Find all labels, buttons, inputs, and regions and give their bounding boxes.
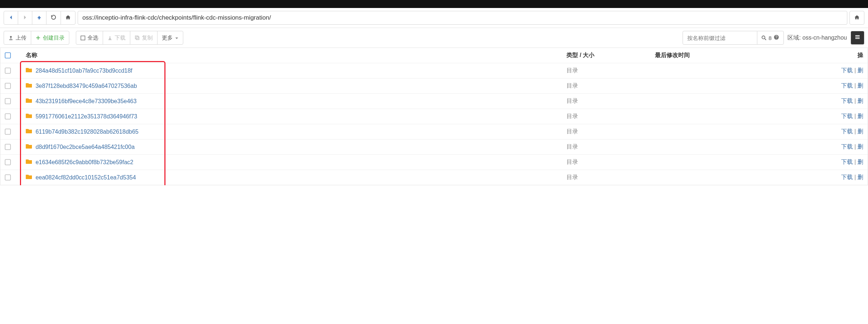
col-op-header: 操	[819, 48, 868, 63]
folder-link[interactable]: d8d9f1670ec2bce5ae64a485421fc00a	[36, 144, 135, 150]
home-button[interactable]	[61, 11, 75, 25]
download-link[interactable]: 下载	[841, 143, 853, 150]
mkdir-label: 创建目录	[43, 35, 65, 41]
download-link[interactable]: 下载	[841, 159, 853, 165]
col-type-header: 类型 / 大小	[562, 48, 651, 63]
chevron-down-icon	[175, 35, 179, 41]
folder-link[interactable]: 5991776061e2112e351378d364946f73	[36, 113, 137, 120]
delete-link[interactable]: 删	[857, 159, 863, 165]
download-link[interactable]: 下载	[841, 67, 853, 73]
delete-link[interactable]: 删	[857, 67, 863, 73]
question-icon: ?	[774, 35, 779, 41]
folder-icon	[26, 82, 32, 88]
action-sep: |	[853, 174, 857, 180]
op-cell: 下载 | 删	[819, 170, 868, 185]
delete-link[interactable]: 删	[857, 82, 863, 89]
svg-point-3	[762, 36, 765, 39]
op-cell: 下载 | 删	[819, 94, 868, 109]
type-cell: 目录	[562, 109, 651, 124]
toolbar-group-left: 上传 创建目录	[4, 31, 69, 45]
svg-text:?: ?	[775, 35, 778, 39]
download-link[interactable]: 下载	[841, 82, 853, 89]
filter-info-button[interactable]: 8 ?	[757, 31, 784, 45]
type-cell: 目录	[562, 155, 651, 170]
action-sep: |	[853, 159, 857, 165]
copy-button[interactable]: 复制	[130, 31, 157, 45]
svg-rect-14	[5, 175, 11, 180]
name-cell: d8d9f1670ec2bce5ae64a485421fc00a	[21, 139, 562, 155]
home-icon	[65, 15, 71, 21]
type-cell: 目录	[562, 94, 651, 109]
list-view-button[interactable]	[851, 31, 864, 45]
type-cell: 目录	[562, 63, 651, 78]
name-cell: eea0824cf82dd0cc10152c51ea7d5354	[21, 170, 562, 185]
table-row: 3e87f128ebd83479c459a647027536ab目录下载 | 删	[0, 78, 868, 94]
header-bar	[0, 0, 868, 8]
delete-link[interactable]: 删	[857, 143, 863, 150]
address-input[interactable]	[78, 11, 847, 25]
file-table-wrap: 名称 类型 / 大小 最后修改时间 操 284a48d51cf10ab7fa9c…	[0, 48, 868, 185]
row-checkbox[interactable]	[5, 68, 17, 74]
download-batch-button[interactable]: 下载	[103, 31, 130, 45]
row-checkbox[interactable]	[5, 159, 17, 165]
delete-link[interactable]: 删	[857, 98, 863, 104]
row-checkbox[interactable]	[5, 83, 17, 89]
download-link[interactable]: 下载	[841, 128, 853, 134]
row-checkbox[interactable]	[5, 113, 17, 120]
delete-link[interactable]: 删	[857, 128, 863, 134]
folder-link[interactable]: e1634e685f26c9abb0f8b732be59fac2	[36, 159, 134, 165]
filter-group: 8 ?	[683, 31, 784, 45]
refresh-button[interactable]	[46, 11, 61, 25]
folder-icon	[26, 128, 32, 134]
upload-button[interactable]: 上传	[4, 31, 31, 45]
row-checkbox[interactable]	[5, 144, 17, 150]
row-checkbox[interactable]	[5, 129, 17, 135]
up-button[interactable]	[32, 11, 46, 25]
action-sep: |	[853, 67, 857, 73]
time-cell	[651, 139, 819, 155]
time-cell	[651, 63, 819, 78]
refresh-icon	[51, 15, 56, 21]
name-cell: 6119b74d9b382c1928028ab62618db65	[21, 124, 562, 139]
download-icon	[107, 35, 112, 40]
folder-icon	[26, 143, 32, 149]
folder-link[interactable]: 3e87f128ebd83479c459a647027536ab	[36, 83, 137, 89]
addr-right-group	[849, 11, 864, 25]
op-cell: 下载 | 删	[819, 155, 868, 170]
folder-link[interactable]: eea0824cf82dd0cc10152c51ea7d5354	[36, 174, 136, 181]
download-link[interactable]: 下载	[841, 98, 853, 104]
folder-icon	[26, 159, 32, 164]
svg-rect-12	[5, 144, 11, 150]
type-cell: 目录	[562, 124, 651, 139]
filter-input[interactable]	[683, 31, 757, 45]
table-row: eea0824cf82dd0cc10152c51ea7d5354目录下载 | 删	[0, 170, 868, 185]
copy-icon	[135, 35, 140, 40]
row-checkbox[interactable]	[5, 98, 17, 104]
folder-link[interactable]: 284a48d51cf10ab7fa9cc73bd9ccd18f	[36, 68, 132, 74]
folder-icon	[26, 67, 32, 73]
svg-rect-7	[5, 68, 11, 73]
forward-button[interactable]	[18, 11, 32, 25]
time-cell	[651, 155, 819, 170]
delete-link[interactable]: 删	[857, 174, 863, 180]
row-checkbox[interactable]	[5, 174, 17, 181]
arrow-right-icon	[22, 15, 28, 21]
upload-icon	[8, 35, 13, 40]
header-checkbox[interactable]	[5, 52, 17, 58]
mkdir-button[interactable]: 创建目录	[31, 31, 69, 45]
name-cell: 284a48d51cf10ab7fa9cc73bd9ccd18f	[21, 63, 562, 78]
type-cell: 目录	[562, 139, 651, 155]
select-all-button[interactable]: 全选	[76, 31, 103, 45]
home-secondary-button[interactable]	[849, 11, 864, 25]
download-link[interactable]: 下载	[841, 174, 853, 180]
delete-link[interactable]: 删	[857, 113, 863, 119]
download-link[interactable]: 下载	[841, 113, 853, 119]
more-button[interactable]: 更多	[157, 31, 183, 45]
type-cell: 目录	[562, 78, 651, 94]
folder-link[interactable]: 43b231916bf9ece4c8e73309be35e463	[36, 98, 137, 104]
name-cell: 3e87f128ebd83479c459a647027536ab	[21, 78, 562, 94]
folder-icon	[26, 98, 32, 103]
back-button[interactable]	[4, 11, 18, 25]
svg-rect-11	[5, 129, 11, 134]
folder-link[interactable]: 6119b74d9b382c1928028ab62618db65	[36, 129, 139, 135]
